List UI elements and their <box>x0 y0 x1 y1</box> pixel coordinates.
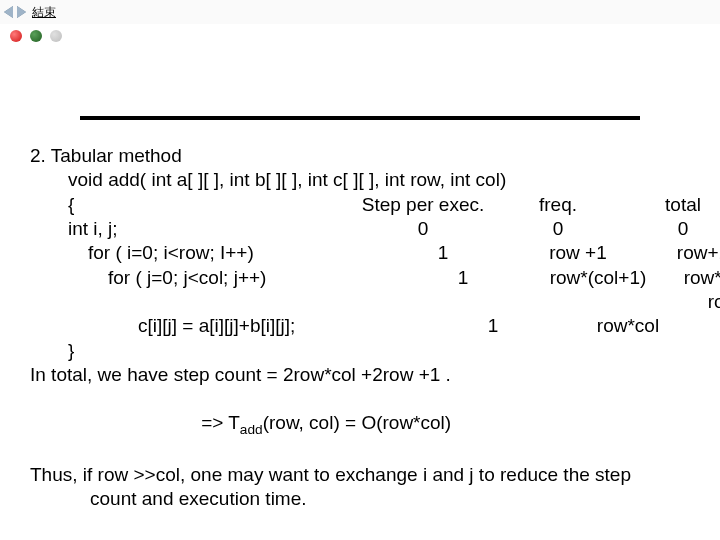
for2-step: 1 <box>398 266 528 315</box>
summary-tail: (row, col) = O(row*col) <box>263 412 451 433</box>
toolbar: 結束 <box>0 0 720 24</box>
summary-line2: => Tadd(row, col) = O(row*col) <box>30 387 690 463</box>
summary-line3a: Thus, if row >>col, one may want to exch… <box>30 463 690 487</box>
for2-freq: row*(col+1) <box>528 266 668 315</box>
next-icon[interactable] <box>17 6 26 18</box>
for1-total: row+1 <box>648 241 720 265</box>
decl-freq: 0 <box>488 217 628 241</box>
title-rule <box>80 116 640 120</box>
col-header-step: Step per exec. <box>358 193 488 217</box>
code-for1: for ( i=0; i<row; I++) <box>30 241 378 265</box>
col-header-total: total <box>628 193 720 217</box>
code-body: c[i][j] = a[i][j]+b[i][j]; <box>30 314 428 338</box>
summary-sub: add <box>240 422 263 437</box>
summary-arrow: => T <box>201 412 240 433</box>
summary-line1: In total, we have step count = 2row*col … <box>30 363 690 387</box>
prev-icon[interactable] <box>4 6 13 18</box>
heading: 2. Tabular method <box>30 144 690 168</box>
for1-freq: row +1 <box>508 241 648 265</box>
col-header-freq: freq. <box>488 193 628 217</box>
for2-total: row*col + row <box>668 266 720 315</box>
summary-line3b: count and execution time. <box>30 487 690 511</box>
code-for2: for ( j=0; j<col; j++) <box>30 266 398 315</box>
code-open-brace: { <box>30 193 358 217</box>
body-step: 1 <box>428 314 558 338</box>
end-button[interactable]: 結束 <box>32 4 56 21</box>
code-signature: void add( int a[ ][ ], int b[ ][ ], int … <box>30 168 690 192</box>
body-total: row*col <box>698 314 720 338</box>
code-close-brace: } <box>30 339 690 363</box>
slide-content: 2. Tabular method void add( int a[ ][ ],… <box>0 144 720 512</box>
for1-step: 1 <box>378 241 508 265</box>
dot-record-icon <box>10 30 22 42</box>
body-freq: row*col <box>558 314 698 338</box>
slide-dots <box>0 24 720 46</box>
dot-next-icon <box>50 30 62 42</box>
decl-total: 0 <box>628 217 720 241</box>
dot-current-icon <box>30 30 42 42</box>
code-decl: int i, j; <box>30 217 358 241</box>
decl-step: 0 <box>358 217 488 241</box>
